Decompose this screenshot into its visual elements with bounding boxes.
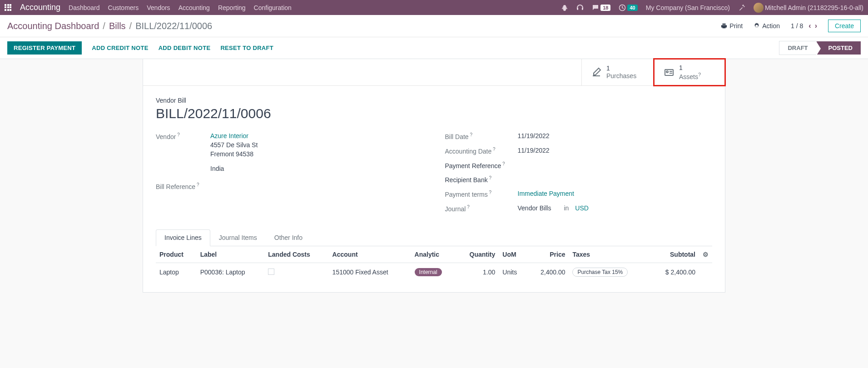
gear-icon (754, 23, 760, 29)
stat-assets-count: 1 (679, 64, 701, 72)
cell-landed-costs (264, 263, 328, 282)
nav-brand[interactable]: Accounting (20, 3, 60, 12)
stat-purchases[interactable]: 1 Purchases (581, 59, 654, 85)
th-uom[interactable]: UoM (499, 246, 527, 263)
table-row[interactable]: Laptop P00036: Laptop 151000 Fixed Asset… (156, 263, 712, 282)
nav-accounting[interactable]: Accounting (179, 4, 210, 11)
th-account[interactable]: Account (329, 246, 411, 263)
action-button[interactable]: Action (754, 22, 780, 30)
messages-icon[interactable]: 18 (592, 4, 610, 11)
control-panel-right: Print Action 1 / 8 ‹ › Create (721, 20, 861, 32)
nav-configuration[interactable]: Configuration (254, 4, 292, 11)
value-journal: Vendor Bills in USD (518, 204, 589, 212)
options-icon: ⚙ (703, 251, 709, 258)
tax-tag[interactable]: Purchase Tax 15% (572, 268, 628, 277)
print-icon (721, 23, 727, 29)
register-payment-button[interactable]: REGISTER PAYMENT (7, 41, 82, 55)
form-content: Vendor Bill BILL/2022/11/0006 Vendor ? A… (143, 86, 725, 292)
field-bill-date: Bill Date ? 11/19/2022 (445, 132, 713, 140)
th-options[interactable]: ⚙ (699, 246, 712, 263)
invoice-table: Product Label Landed Costs Account Analy… (156, 246, 712, 281)
nav-customers[interactable]: Customers (108, 4, 139, 11)
value-bill-date: 11/19/2022 (518, 132, 550, 139)
cell-uom: Units (499, 263, 527, 282)
field-accounting-date: Accounting Date ? 11/19/2022 (445, 147, 713, 155)
support-icon[interactable] (576, 4, 584, 11)
label-bill-reference: Bill Reference ? (156, 182, 210, 190)
landed-cost-checkbox[interactable] (268, 269, 274, 275)
tools-icon[interactable] (738, 4, 745, 11)
tab-journal-items[interactable]: Journal Items (210, 229, 266, 246)
form-title: BILL/2022/11/0006 (156, 106, 712, 121)
th-analytic[interactable]: Analytic (411, 246, 456, 263)
stat-assets-text: 1 Assets? (679, 64, 701, 80)
tab-other-info[interactable]: Other Info (266, 229, 311, 246)
th-subtotal[interactable]: Subtotal (650, 246, 699, 263)
pager-next[interactable]: › (815, 22, 817, 30)
analytic-tag[interactable]: Internal (415, 268, 442, 276)
label-recipient-bank: Recipient Bank ? (445, 175, 518, 184)
stat-assets[interactable]: 1 Assets? (653, 58, 726, 86)
value-accounting-date: 11/19/2022 (518, 147, 550, 154)
nav-dashboard[interactable]: Dashboard (69, 4, 100, 11)
th-quantity[interactable]: Quantity (456, 246, 499, 263)
label-journal: Journal ? (445, 204, 518, 213)
pager-text[interactable]: 1 / 8 (791, 22, 803, 30)
form-fields: Vendor ? Azure Interior 4557 De Silva St… (156, 132, 712, 219)
cell-quantity: 1.00 (456, 263, 499, 282)
stat-purchases-count: 1 (606, 65, 636, 72)
edit-icon (591, 67, 602, 78)
breadcrumb-root[interactable]: Accounting Dashboard (7, 21, 99, 31)
breadcrumb-parent[interactable]: Bills (109, 21, 126, 31)
form-sheet: 1 Purchases 1 Assets? Vendor Bill BILL/2… (143, 59, 725, 293)
navbar-right: 18 40 My Company (San Francisco) Mitchel… (561, 3, 863, 13)
currency-link[interactable]: USD (575, 204, 589, 212)
stat-assets-label: Assets? (679, 72, 701, 80)
svg-point-2 (666, 71, 668, 73)
cell-analytic: Internal (411, 263, 456, 282)
stat-buttons: 1 Purchases 1 Assets? (143, 59, 725, 86)
action-bar: REGISTER PAYMENT ADD CREDIT NOTE ADD DEB… (0, 37, 868, 59)
th-price[interactable]: Price (527, 246, 569, 263)
avatar (754, 3, 764, 13)
add-credit-note-button[interactable]: ADD CREDIT NOTE (92, 45, 148, 51)
field-payment-terms: Payment terms ? Immediate Payment (445, 190, 713, 198)
tab-invoice-lines[interactable]: Invoice Lines (156, 229, 210, 246)
nav-reporting[interactable]: Reporting (218, 4, 246, 11)
cell-label: P00036: Laptop (197, 263, 265, 282)
user-menu[interactable]: Mitchell Admin (21182295-16-0-all) (754, 3, 863, 13)
vendor-street: 4557 De Silva St (210, 141, 258, 149)
form-container: 1 Purchases 1 Assets? Vendor Bill BILL/2… (0, 59, 868, 293)
vendor-link[interactable]: Azure Interior (210, 132, 248, 139)
status-posted[interactable]: POSTED (817, 41, 861, 55)
pager-prev[interactable]: ‹ (808, 22, 811, 30)
label-vendor: Vendor ? (156, 132, 210, 140)
form-col-right: Bill Date ? 11/19/2022 Accounting Date ?… (445, 132, 713, 219)
add-debit-note-button[interactable]: ADD DEBIT NOTE (159, 45, 211, 51)
card-icon (664, 67, 675, 78)
stat-purchases-label: Purchases (606, 72, 636, 80)
print-button[interactable]: Print (721, 22, 743, 30)
th-taxes[interactable]: Taxes (569, 246, 650, 263)
cell-account: 151000 Fixed Asset (329, 263, 411, 282)
navbar-left: Accounting Dashboard Customers Vendors A… (5, 3, 292, 12)
label-bill-date: Bill Date ? (445, 132, 518, 140)
th-product[interactable]: Product (156, 246, 197, 263)
pager-arrows: ‹ › (808, 22, 817, 30)
th-landed-costs[interactable]: Landed Costs (264, 246, 328, 263)
company-switcher[interactable]: My Company (San Francisco) (646, 4, 730, 11)
nav-vendors[interactable]: Vendors (147, 4, 170, 11)
table-header-row: Product Label Landed Costs Account Analy… (156, 246, 712, 263)
create-button[interactable]: Create (828, 20, 861, 32)
reset-to-draft-button[interactable]: RESET TO DRAFT (220, 45, 273, 51)
status-draft[interactable]: DRAFT (779, 41, 816, 55)
field-vendor: Vendor ? Azure Interior 4557 De Silva St… (156, 132, 423, 174)
cell-price: 2,400.00 (527, 263, 569, 282)
cell-product: Laptop (156, 263, 197, 282)
bug-icon[interactable] (561, 4, 568, 11)
th-label[interactable]: Label (197, 246, 265, 263)
apps-icon[interactable] (5, 4, 12, 11)
activities-icon[interactable]: 40 (619, 4, 637, 11)
tabs: Invoice Lines Journal Items Other Info (156, 229, 712, 246)
journal-in: in (564, 204, 569, 212)
